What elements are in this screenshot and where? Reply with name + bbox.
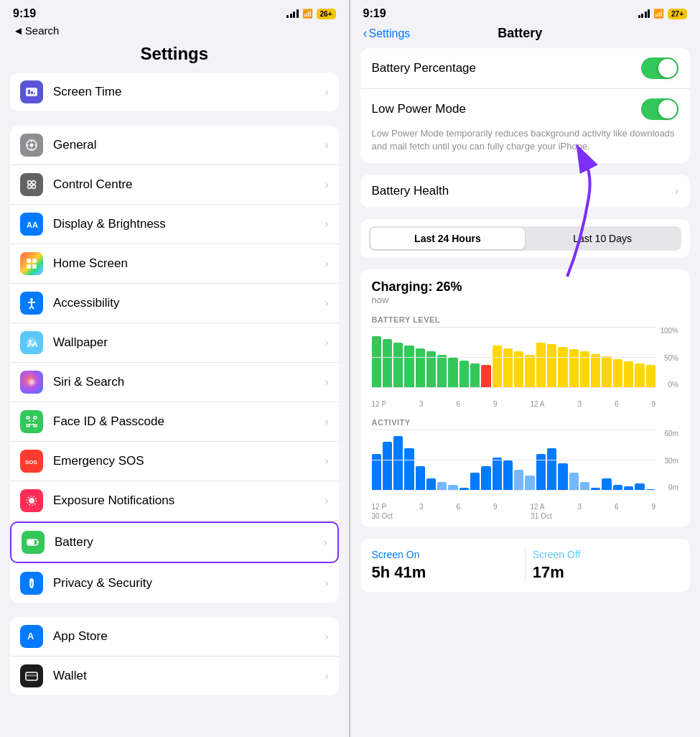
wallet-icon bbox=[20, 664, 43, 687]
screen-stats-divider bbox=[525, 549, 526, 582]
emergency-sos-chevron: › bbox=[325, 455, 328, 468]
right-page-title: Battery bbox=[498, 26, 542, 41]
settings-item-control-centre[interactable]: Control Centre › bbox=[10, 165, 339, 205]
battery-bar bbox=[602, 356, 611, 388]
siri-icon bbox=[20, 371, 43, 394]
activity-bar bbox=[393, 436, 403, 491]
battery-bar bbox=[416, 348, 425, 388]
svg-point-13 bbox=[32, 185, 36, 189]
battery-health-row[interactable]: Battery Health › bbox=[360, 175, 691, 208]
signal-bar-3 bbox=[293, 11, 295, 18]
left-time: 9:19 bbox=[13, 7, 36, 20]
battery-icon bbox=[22, 531, 45, 554]
battery-bar bbox=[580, 351, 589, 388]
display-chevron: › bbox=[325, 218, 328, 231]
exposure-icon bbox=[20, 489, 43, 512]
settings-item-privacy[interactable]: Privacy & Security › bbox=[10, 564, 339, 603]
settings-item-app-store[interactable]: A App Store › bbox=[10, 617, 339, 657]
back-arrow-icon: ◄ bbox=[13, 24, 24, 37]
right-back-link[interactable]: ‹ Settings bbox=[363, 26, 411, 41]
right-top-nav: ‹ Settings Battery bbox=[350, 23, 701, 48]
low-power-toggle[interactable] bbox=[641, 98, 678, 120]
settings-item-wallet[interactable]: Wallet › bbox=[10, 657, 339, 695]
settings-item-accessibility[interactable]: Accessibility › bbox=[10, 284, 339, 323]
settings-item-wallpaper[interactable]: Wallpaper › bbox=[10, 323, 339, 363]
battery-toggles-section: Battery Percentage Low Power Mode Low Po… bbox=[360, 48, 691, 163]
left-status-icons: 📶 26+ bbox=[286, 9, 335, 19]
activity-chart-container: 60m 30m 0m bbox=[372, 430, 679, 501]
activity-bar bbox=[404, 448, 414, 491]
battery-bar bbox=[372, 336, 381, 388]
screen-time-label: Screen Time bbox=[53, 85, 325, 99]
face-id-icon bbox=[20, 410, 43, 433]
settings-item-siri[interactable]: Siri & Search › bbox=[10, 363, 339, 402]
app-store-label: App Store bbox=[53, 629, 325, 644]
wallet-label: Wallet bbox=[53, 669, 325, 683]
accessibility-icon bbox=[20, 292, 43, 315]
charging-info: Charging: 26% now bbox=[372, 279, 679, 305]
activity-bar bbox=[372, 454, 381, 491]
screen-time-icon bbox=[20, 80, 43, 103]
svg-rect-3 bbox=[34, 93, 35, 94]
seg-last-24h[interactable]: Last 24 Hours bbox=[370, 228, 526, 249]
activity-x-labels: 12 P 3 6 9 12 A 3 6 9 bbox=[372, 503, 679, 511]
settings-item-general[interactable]: General › bbox=[10, 126, 339, 165]
activity-bar bbox=[602, 478, 611, 491]
activity-bar bbox=[481, 466, 490, 491]
svg-point-19 bbox=[30, 298, 33, 301]
low-power-desc: Low Power Mode temporarily reduces backg… bbox=[360, 124, 691, 163]
battery-bar bbox=[569, 349, 579, 388]
privacy-icon bbox=[20, 572, 43, 595]
battery-bar bbox=[383, 339, 392, 388]
battery-bar bbox=[481, 365, 490, 388]
battery-bar bbox=[525, 355, 534, 389]
activity-bar bbox=[383, 442, 392, 491]
settings-item-emergency-sos[interactable]: SOS Emergency SOS › bbox=[10, 442, 339, 481]
activity-bar bbox=[569, 473, 579, 491]
seg-last-10d[interactable]: Last 10 Days bbox=[525, 228, 680, 249]
settings-item-face-id[interactable]: Face ID & Passcode › bbox=[10, 402, 339, 442]
app-store-icon: A bbox=[20, 625, 43, 648]
right-status-icons: 📶 27+ bbox=[638, 9, 687, 19]
settings-item-display[interactable]: AA Display & Brightness › bbox=[10, 205, 339, 244]
screen-on-value: 5h 41m bbox=[372, 563, 518, 582]
signal-bar-4 bbox=[297, 9, 299, 18]
activity-bar bbox=[437, 482, 447, 491]
settings-item-battery[interactable]: Battery › bbox=[10, 522, 339, 563]
battery-x-labels: 12 P 3 6 9 12 A 3 6 9 bbox=[372, 400, 679, 408]
battery-label: Battery bbox=[55, 535, 323, 550]
battery-level-chart-wrap: 100% 50% 0% 12 P 3 6 9 12 A 3 6 9 bbox=[372, 327, 679, 408]
wallpaper-label: Wallpaper bbox=[53, 335, 325, 350]
display-label: Display & Brightness bbox=[53, 217, 325, 231]
battery-percentage-row: Battery Percentage bbox=[360, 48, 691, 89]
exposure-label: Exposure Notifications bbox=[53, 493, 325, 508]
battery-bar bbox=[470, 363, 480, 388]
screen-on-title: Screen On bbox=[372, 549, 518, 560]
wifi-icon: 📶 bbox=[302, 9, 313, 19]
battery-health-chevron: › bbox=[675, 185, 678, 198]
left-back-label[interactable]: Search bbox=[25, 24, 60, 37]
svg-line-23 bbox=[32, 306, 34, 309]
screen-off-value: 17m bbox=[533, 563, 678, 582]
battery-chart-section: Charging: 26% now BATTERY LEVEL 100% 50%… bbox=[360, 269, 691, 527]
general-label: General bbox=[53, 138, 325, 152]
activity-bar bbox=[547, 448, 556, 491]
settings-item-screen-time[interactable]: Screen Time › bbox=[10, 73, 339, 111]
emergency-sos-icon: SOS bbox=[20, 450, 43, 473]
right-wifi-icon: 📶 bbox=[653, 9, 664, 19]
svg-rect-30 bbox=[27, 425, 29, 427]
privacy-chevron: › bbox=[325, 577, 328, 590]
activity-chart-wrap: 60m 30m 0m 12 P 3 6 9 12 A 3 6 9 30 Oct bbox=[372, 430, 679, 520]
activity-bar bbox=[624, 486, 633, 491]
battery-bar bbox=[591, 354, 600, 389]
settings-item-home-screen[interactable]: Home Screen › bbox=[10, 244, 339, 284]
charging-sub: now bbox=[372, 295, 679, 305]
activity-bar bbox=[525, 476, 534, 491]
app-store-chevron: › bbox=[325, 630, 328, 643]
battery-percentage-toggle[interactable] bbox=[641, 57, 678, 79]
right-battery-badge: 27+ bbox=[668, 9, 687, 19]
battery-chart-container: 100% 50% 0% bbox=[372, 327, 679, 399]
settings-item-exposure[interactable]: Exposure Notifications › bbox=[10, 481, 339, 521]
accessibility-chevron: › bbox=[325, 297, 328, 310]
battery-bar bbox=[493, 346, 502, 389]
